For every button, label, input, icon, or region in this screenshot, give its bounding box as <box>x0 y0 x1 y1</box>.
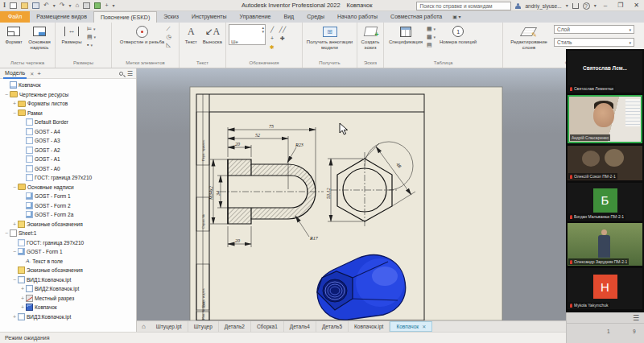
video-tile[interactable]: Олексій Сокол ПМ-2-1 <box>568 146 642 180</box>
doc-tab[interactable]: Штуцер.ipt <box>151 321 188 332</box>
plus-icon[interactable]: + <box>105 2 108 10</box>
close-button[interactable]: ✕ <box>630 1 642 10</box>
tree-item[interactable]: +Ковпачок <box>2 303 136 312</box>
text-button[interactable]: A Текст <box>182 24 200 45</box>
tree-item[interactable]: +ВИД3:Ковпачок.ipt <box>2 312 136 322</box>
print-icon[interactable] <box>83 2 90 9</box>
help-icon[interactable]: ? <box>583 2 590 10</box>
tab-tools[interactable]: Инструменты <box>185 11 233 23</box>
tree-item[interactable]: −Рамки <box>2 109 136 118</box>
browser-tab-model[interactable]: Модель <box>3 68 27 79</box>
graphics-canvas[interactable]: Перв. примен. Справ. № Подп. и дата Инв.… <box>137 68 566 320</box>
tab-place-views[interactable]: Размещение видов <box>30 11 93 23</box>
tab-annotate-eskd[interactable]: Пояснение (ESKD) <box>93 11 157 23</box>
tree-item[interactable]: −Основные надписи <box>2 183 136 192</box>
weld-caterpillar-icon[interactable]: ✱ <box>267 44 277 51</box>
tree-item[interactable]: AₓТекст в поле <box>2 257 136 267</box>
tree-item[interactable]: GOST - A2 <box>2 146 136 155</box>
undo-caret-icon[interactable]: ▾ <box>53 2 56 10</box>
undo-icon[interactable]: ↶ <box>43 2 49 10</box>
qat-overflow-icon[interactable]: ▾ <box>113 2 115 10</box>
tab-environments[interactable]: Среды <box>300 11 331 23</box>
material-icon[interactable] <box>94 2 101 9</box>
minimize-button[interactable]: – <box>601 1 610 10</box>
surface-texture-icon[interactable]: ╱ <box>267 27 277 33</box>
close-tab-icon[interactable]: ✕ <box>422 324 426 329</box>
account-caret-icon[interactable]: ▾ <box>566 2 568 10</box>
datum-target-icon[interactable]: + <box>267 35 277 41</box>
edit-layers-button[interactable]: Редактирование слоев <box>506 24 552 50</box>
tree-item[interactable]: −Sheet:1 <box>2 229 136 238</box>
ribbon-display-options-icon[interactable]: ▣ ▾ <box>448 11 464 23</box>
tab-sketch[interactable]: Эскиз <box>157 11 185 23</box>
style-combobox[interactable]: Стиль▾ <box>554 38 634 47</box>
tab-file[interactable]: Файл <box>0 11 30 23</box>
redo-caret-icon[interactable]: ▾ <box>69 2 72 10</box>
chamfer-note-icon[interactable]: ⟋ <box>166 26 171 32</box>
tree-item[interactable]: −ВИД1:Ковпачок.ipt <box>2 275 136 285</box>
tree-item-root[interactable]: Ковпачок <box>2 81 136 90</box>
title-block-button[interactable]: Основная надпись <box>27 24 52 50</box>
layer-combobox[interactable]: Слой▾ <box>554 25 634 34</box>
doc-tab[interactable]: Штуцер <box>188 321 219 332</box>
tab-view[interactable]: Вид <box>278 11 301 23</box>
browser-close-icon[interactable]: ✕ <box>30 71 34 76</box>
bend-note-icon[interactable]: ◺ <box>166 42 171 48</box>
video-tile[interactable]: Н Mykola Yakymchuk <box>568 268 642 309</box>
tree-item[interactable]: ГОСТ: граница 297x210 <box>2 173 136 183</box>
chain-dim-icon[interactable]: ▪ ▾ <box>87 42 96 48</box>
browser-add-icon[interactable]: + <box>37 70 41 77</box>
tree-item[interactable]: GOST - A3 <box>2 136 136 146</box>
doc-tab[interactable]: Деталь5 <box>316 321 349 332</box>
video-tile-camera[interactable]: Андрій Слюсаренко <box>568 95 642 143</box>
help-search-input[interactable] <box>416 2 511 10</box>
account-icon[interactable] <box>515 3 521 9</box>
format-button[interactable]: Формат <box>2 24 25 45</box>
tree-item[interactable]: −GOST - Form 1 <box>2 247 136 257</box>
doc-tab[interactable]: Деталь4 <box>284 321 316 332</box>
parts-list-button[interactable]: Спецификация <box>386 24 425 45</box>
weld-symbol-icon[interactable]: ╱╱ <box>277 27 288 33</box>
tree-item[interactable]: ГОСТ: граница 297x210 <box>2 238 136 248</box>
doc-tab-active[interactable]: Ковпачок✕ <box>390 321 432 332</box>
doc-tab[interactable]: Деталь2 <box>219 321 251 332</box>
browser-search-icon[interactable] <box>119 72 123 76</box>
tab-get-started[interactable]: Начало работы <box>331 11 384 23</box>
help-caret-icon[interactable]: ▾ <box>594 2 597 10</box>
create-sketch-button[interactable]: Создать эскиз <box>360 24 381 50</box>
general-table-icon[interactable]: ▦ ▾ <box>427 26 436 32</box>
account-name[interactable]: andriy_slyuse... <box>525 3 561 9</box>
hole-table-icon[interactable]: ▩ ▾ <box>427 34 436 40</box>
doc-tab[interactable]: Сборка1 <box>251 321 284 332</box>
symbols-gallery[interactable]: Ше ▴▾ <box>229 24 266 45</box>
restore-button[interactable]: ❐ <box>614 1 626 10</box>
hole-thread-button[interactable]: Отверстие и резьба <box>119 24 164 45</box>
video-tile[interactable]: Б Богдан Мальванюк ПМ-2-1 <box>568 183 642 221</box>
save-icon[interactable] <box>32 2 39 9</box>
balloon-button[interactable]: 1 Номера позиций <box>437 24 479 45</box>
leader-text-button[interactable]: ↙A Выноска <box>202 24 223 45</box>
ordinate-dim-icon[interactable]: ▤ ▾ <box>87 34 96 40</box>
feature-control-icon[interactable]: ✚ <box>277 35 288 42</box>
tree-item[interactable]: +Форматы листов <box>2 99 136 109</box>
browser-menu-icon[interactable]: ☰ <box>127 70 133 77</box>
new-file-icon[interactable] <box>10 2 17 9</box>
baseline-dim-icon[interactable]: ⊨ ▾ <box>87 26 96 32</box>
dimension-button[interactable]: ↔ Размеры <box>58 24 85 45</box>
tab-manage[interactable]: Управление <box>233 11 278 23</box>
revision-table-icon[interactable]: ▤ <box>427 42 436 48</box>
tree-item[interactable]: GOST - Form 1 <box>2 192 136 201</box>
doc-tab[interactable]: Ковпачок.ipt <box>349 321 390 332</box>
open-folder-icon[interactable] <box>21 2 28 9</box>
retrieve-annotations-button[interactable]: ⊞ Получить аннотации модели <box>305 24 354 50</box>
tree-item[interactable]: −Чертежные ресурсы <box>2 90 136 100</box>
store-cart-icon[interactable] <box>572 3 579 9</box>
tab-collaborate[interactable]: Совместная работа <box>384 11 448 23</box>
ibeam-icon[interactable]: I <box>3 2 6 10</box>
tree-item[interactable]: GOST - Form 2 <box>2 201 136 211</box>
tree-item[interactable]: GOST - A0 <box>2 164 136 174</box>
home-icon[interactable]: ⌂ <box>76 2 80 10</box>
gallery-spinner-icon[interactable]: ▴▾ <box>262 26 264 34</box>
punch-note-icon[interactable]: ◷ <box>166 34 171 40</box>
tree-item[interactable]: +ВИД2:Ковпачок.ipt <box>2 284 136 294</box>
